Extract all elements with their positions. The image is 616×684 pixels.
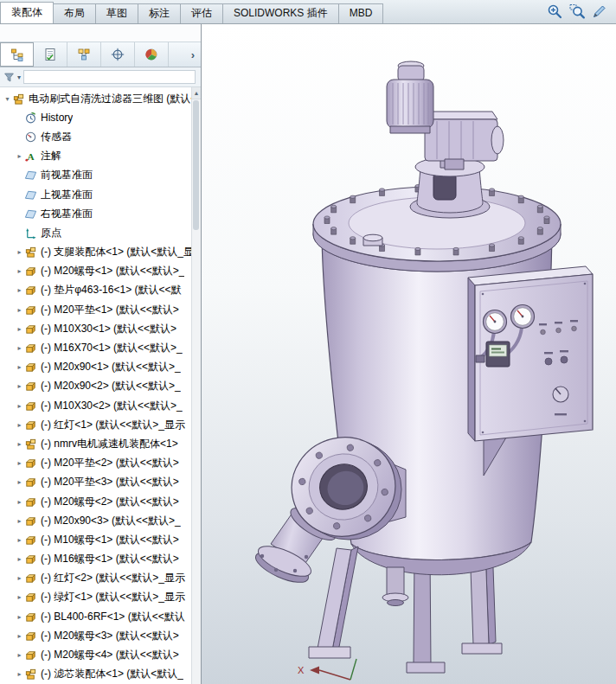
tree-item[interactable]: 右视基准面 (0, 204, 201, 223)
tree-item[interactable]: ▸(-) M16X70<1> (默认<<默认>_ (0, 338, 201, 357)
expand-arrow-icon[interactable]: ▸ (15, 459, 24, 467)
tree-item[interactable]: ▸(-) M10X30<2> (默认<<默认>_ (0, 396, 201, 415)
displaymanager-icon (144, 48, 158, 61)
manager-tab-propertymanager[interactable] (34, 42, 67, 67)
expand-arrow-icon[interactable]: ▸ (15, 632, 24, 640)
expand-arrow-icon[interactable]: ▸ (15, 613, 24, 621)
expand-arrow-icon[interactable]: ▸ (15, 152, 24, 160)
tree-item[interactable]: ▸(-) 红灯<1> (默认<<默认>_显示 (0, 415, 201, 434)
tree-scrollbar[interactable]: ▲ (191, 87, 201, 684)
tree-root[interactable]: ▾电动刷式自清洗过滤器三维图 (默认< (0, 89, 201, 108)
part-icon (24, 553, 37, 566)
ribbon-tab-5[interactable]: 评估 (181, 3, 223, 23)
tree-item-label: 上视基准面 (41, 188, 93, 202)
tree-item[interactable]: 上视基准面 (0, 185, 201, 204)
scroll-up-arrow-icon[interactable]: ▲ (192, 87, 201, 99)
tree-item[interactable]: 前视基准面 (0, 166, 201, 185)
ribbon-tab-6[interactable]: SOLIDWORKS 插件 (223, 3, 339, 23)
ribbon-tab-2[interactable]: 布局 (54, 3, 96, 23)
graphics-viewport[interactable]: X (202, 24, 616, 684)
filter-input[interactable] (23, 70, 196, 84)
expand-arrow-icon[interactable]: ▸ (15, 593, 24, 601)
tree-item-label: (-) M20平垫<1> (默认<<默认> (41, 303, 179, 317)
tree-item[interactable]: ▸(-) M20螺母<2> (默认<<默认> (0, 492, 201, 511)
filter-bar: ▾ (0, 67, 201, 87)
tree-item-label: 右视基准面 (41, 207, 93, 221)
panel-collapse-chevron-icon[interactable]: › (191, 48, 201, 61)
ribbon-tab-3[interactable]: 草图 (96, 3, 138, 23)
tree-item[interactable]: ▸(-) M20x90<3> (默认<<默认>_ (0, 511, 201, 530)
tree-item[interactable]: ▸(-) M10螺母<1> (默认<<默认> (0, 530, 201, 549)
tree-item[interactable]: ▸(-) M20螺母<4> (默认<<默认> (0, 645, 201, 664)
expand-arrow-icon[interactable]: ▸ (15, 574, 24, 582)
zoom-in-icon[interactable] (547, 3, 562, 19)
panel-top-spacer (0, 24, 201, 42)
expand-arrow-icon[interactable]: ▸ (15, 498, 24, 506)
tree-item[interactable]: ▸(-) M16螺母<1> (默认<<默认> (0, 550, 201, 569)
tree-item[interactable]: ▸(-) M10X30<1> (默认<<默认> (0, 319, 201, 338)
ribbon-tab-1[interactable]: 装配体 (0, 2, 54, 23)
tree-item[interactable]: ▸(-) M20x90<1> (默认<<默认>_ (0, 358, 201, 377)
scroll-thumb[interactable] (193, 100, 199, 230)
tree-item-label: (-) M16螺母<1> (默认<<默认> (41, 552, 179, 566)
expand-arrow-icon[interactable]: ▸ (15, 421, 24, 429)
expand-arrow-icon[interactable]: ▸ (15, 306, 24, 314)
indicator-light (572, 326, 577, 331)
expand-arrow-icon[interactable]: ▸ (15, 382, 24, 390)
configurationmanager-icon (77, 48, 91, 61)
tree-item-label: 前视基准面 (41, 168, 93, 182)
expand-arrow-icon[interactable]: ▸ (15, 555, 24, 563)
support-leg-front[interactable] (309, 547, 358, 658)
expand-arrow-icon[interactable]: ▸ (15, 402, 24, 410)
tree-item[interactable]: 传感器 (0, 127, 201, 146)
dimxpertmanager-icon (111, 48, 125, 61)
tree-item[interactable]: ▸(-) nmrv电机减速机装配体<1> (0, 434, 201, 453)
chevron-down-icon[interactable]: ▾ (17, 74, 21, 81)
expand-arrow-icon[interactable]: ▸ (15, 440, 24, 448)
manager-tab-featuremanager[interactable] (0, 42, 34, 67)
expand-arrow-icon[interactable]: ▸ (15, 363, 24, 371)
expand-arrow-icon[interactable]: ▸ (15, 536, 24, 544)
tree-item[interactable]: ▸(-) M20螺母<1> (默认<<默认>_ (0, 262, 201, 281)
part-icon (24, 476, 37, 489)
tree-item[interactable]: ▸(-) M20螺母<3> (默认<<默认> (0, 626, 201, 645)
manager-tab-configurationmanager[interactable] (67, 42, 101, 67)
expand-arrow-icon[interactable]: ▸ (15, 248, 24, 256)
ribbon-tab-7[interactable]: MBD (339, 3, 384, 23)
expand-arrow-icon[interactable]: ▾ (3, 95, 12, 103)
expand-arrow-icon[interactable]: ▸ (15, 344, 24, 352)
expand-arrow-icon[interactable]: ▸ (15, 517, 24, 525)
tree-item[interactable]: ▸注解 (0, 147, 201, 166)
command-manager-bar: 装配体布局草图标注评估SOLIDWORKS 插件MBD (0, 0, 616, 24)
tree-item[interactable]: 原点 (0, 223, 201, 242)
part-icon (24, 400, 37, 412)
tree-item[interactable]: ▸(-) 垫片φ463-16<1> (默认<<默 (0, 281, 201, 300)
tree-item[interactable]: ▸(-) BL400-6RF<1> (默认<<默认 (0, 607, 201, 626)
expand-arrow-icon[interactable]: ▸ (15, 478, 24, 486)
edit-pencil-icon[interactable] (592, 3, 607, 19)
tree-item-label: (-) M20平垫<2> (默认<<默认> (41, 456, 179, 470)
electric-motor[interactable] (387, 61, 433, 133)
3d-model-filter-assembly[interactable]: X (202, 24, 616, 684)
expand-arrow-icon[interactable]: ▸ (15, 267, 24, 275)
manager-tab-displaymanager[interactable] (135, 42, 169, 67)
zoom-area-icon[interactable] (569, 3, 585, 19)
tree-item[interactable]: ▸(-) 红灯<2> (默认<<默认>_显示 (0, 569, 201, 588)
expand-arrow-icon[interactable]: ▸ (15, 286, 24, 294)
expand-arrow-icon[interactable]: ▸ (15, 670, 24, 678)
manager-tab-dimxpertmanager[interactable] (101, 42, 135, 67)
tree-item[interactable]: ▸(-) 滤芯装配体<1> (默认<默认_ (0, 665, 201, 684)
tree-item[interactable]: ▸(-) M20平垫<1> (默认<<默认> (0, 300, 201, 319)
tree-item[interactable]: ▸(-) 支腿装配体<1> (默认<默认_显 (0, 243, 201, 262)
filter-funnel-icon[interactable] (3, 72, 15, 83)
tree-item[interactable]: ▸(-) M20平垫<3> (默认<<默认> (0, 473, 201, 492)
tree-item-label: (-) 红灯<2> (默认<<默认>_显示 (41, 571, 185, 585)
tree-item[interactable]: History (0, 108, 201, 127)
tree-item[interactable]: ▸(-) M20x90<2> (默认<<默认>_ (0, 377, 201, 396)
push-button (545, 358, 552, 365)
expand-arrow-icon[interactable]: ▸ (15, 651, 24, 659)
ribbon-tab-4[interactable]: 标注 (138, 3, 181, 23)
tree-item[interactable]: ▸(-) 绿灯<1> (默认<<默认>_显示 (0, 588, 201, 607)
expand-arrow-icon[interactable]: ▸ (15, 325, 24, 333)
tree-item[interactable]: ▸(-) M20平垫<2> (默认<<默认> (0, 454, 201, 473)
